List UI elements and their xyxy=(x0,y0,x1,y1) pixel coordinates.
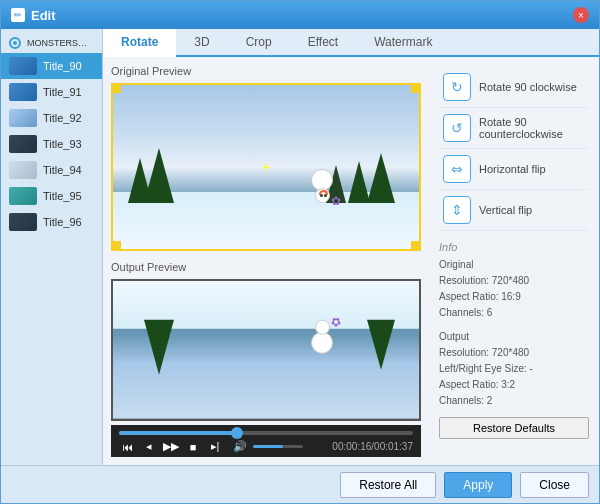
rotate-ccw-button[interactable]: ↺ Rotate 90 counterclockwise xyxy=(439,108,589,149)
sidebar-item-title95[interactable]: Title_95 xyxy=(1,183,102,209)
close-button[interactable]: Close xyxy=(520,472,589,498)
sidebar-item-title96[interactable]: Title_96 xyxy=(1,209,102,235)
window-title: Edit xyxy=(31,8,56,23)
apply-button[interactable]: Apply xyxy=(444,472,512,498)
sidebar-thumb-title91 xyxy=(9,83,37,101)
output-scene: ✿ xyxy=(113,281,419,419)
flip-h-label: Horizontal flip xyxy=(479,163,546,175)
tab-watermark[interactable]: Watermark xyxy=(356,29,450,57)
corner-handle-tl[interactable] xyxy=(113,85,121,93)
step-back-button[interactable]: ◂ xyxy=(141,440,157,453)
sidebar-thumb-title96 xyxy=(9,213,37,231)
progress-fill xyxy=(119,431,237,435)
sidebar-label-title96: Title_96 xyxy=(43,216,82,228)
sidebar-thumb-title93 xyxy=(9,135,37,153)
tab-bar: Rotate 3D Crop Effect Watermark xyxy=(103,29,599,57)
volume-fill xyxy=(253,445,283,448)
info-aspect-out: Aspect Ratio: 3:2 xyxy=(439,377,589,393)
restore-defaults-button[interactable]: Restore Defaults xyxy=(439,417,589,439)
progress-thumb[interactable] xyxy=(231,427,243,439)
info-resolution-out: Resolution: 720*480 xyxy=(439,345,589,361)
time-display: 00:00:16/00:01:37 xyxy=(332,441,413,452)
tab-3d[interactable]: 3D xyxy=(176,29,227,57)
sidebar-item-title93[interactable]: Title_93 xyxy=(1,131,102,157)
sidebar-item-title92[interactable]: Title_92 xyxy=(1,105,102,131)
output-preview-label: Output Preview xyxy=(111,261,421,273)
flip-vertical-button[interactable]: ⇕ Vertical flip xyxy=(439,190,589,231)
rotate-cw-icon: ↻ xyxy=(443,73,471,101)
info-original-label: Original xyxy=(439,257,589,273)
rotate-cw-button[interactable]: ↻ Rotate 90 clockwise xyxy=(439,67,589,108)
progress-track[interactable] xyxy=(119,431,413,435)
rotate-ccw-label: Rotate 90 counterclockwise xyxy=(479,116,585,140)
original-preview-label: Original Preview xyxy=(111,65,421,77)
flip-v-icon: ⇕ xyxy=(443,196,471,224)
play-button[interactable]: ▶▶ xyxy=(163,440,179,453)
content-area: Original Preview xyxy=(103,57,599,465)
info-channels-out: Channels: 2 xyxy=(439,393,589,409)
info-output-label: Output xyxy=(439,329,589,345)
sidebar-thumb-title90 xyxy=(9,57,37,75)
original-preview-frame: ✿ + xyxy=(111,83,421,251)
info-title: Info xyxy=(439,241,589,253)
info-section: Info Original Resolution: 720*480 Aspect… xyxy=(439,241,589,409)
sidebar: MONSTERS_U... Title_90 Title_91 Title_92… xyxy=(1,29,103,465)
stop-button[interactable]: ■ xyxy=(185,441,201,453)
flip-v-label: Vertical flip xyxy=(479,204,532,216)
volume-icon: 🔊 xyxy=(233,440,247,453)
corner-handle-bl[interactable] xyxy=(113,241,121,249)
sidebar-thumb-title94 xyxy=(9,161,37,179)
preview-area: Original Preview xyxy=(103,57,429,465)
tab-crop[interactable]: Crop xyxy=(228,29,290,57)
playback-bar: ⏮ ◂ ▶▶ ■ ▸| 🔊 00:00:16/00:01:37 xyxy=(111,425,421,457)
right-panel: Rotate 3D Crop Effect Watermark Original… xyxy=(103,29,599,465)
info-aspect-orig: Aspect Ratio: 16:9 xyxy=(439,289,589,305)
sidebar-label-title92: Title_92 xyxy=(43,112,82,124)
bottom-bar: Restore All Apply Close xyxy=(1,465,599,503)
tab-effect[interactable]: Effect xyxy=(290,29,356,57)
tab-rotate[interactable]: Rotate xyxy=(103,29,176,57)
sidebar-item-title90[interactable]: Title_90 xyxy=(1,53,102,79)
sidebar-label-title91: Title_91 xyxy=(43,86,82,98)
flip-h-icon: ⇔ xyxy=(443,155,471,183)
skip-forward-button[interactable]: ▸| xyxy=(207,440,223,453)
sidebar-item-title91[interactable]: Title_91 xyxy=(1,79,102,105)
info-resolution-orig: Resolution: 720*480 xyxy=(439,273,589,289)
info-channels-orig: Channels: 6 xyxy=(439,305,589,321)
sidebar-header-item[interactable]: MONSTERS_U... xyxy=(1,33,102,53)
window-close-button[interactable]: × xyxy=(573,7,589,23)
dvd-icon xyxy=(9,37,21,49)
flip-horizontal-button[interactable]: ⇔ Horizontal flip xyxy=(439,149,589,190)
rotate-ccw-icon: ↺ xyxy=(443,114,471,142)
sidebar-label-title93: Title_93 xyxy=(43,138,82,150)
info-eye-size: Left/Right Eye Size: - xyxy=(439,361,589,377)
edit-window: ✏ Edit × MONSTERS_U... Title_90 Title_91… xyxy=(0,0,600,504)
original-scene: ✿ + xyxy=(113,85,419,249)
restore-all-button[interactable]: Restore All xyxy=(340,472,436,498)
sidebar-label-title94: Title_94 xyxy=(43,164,82,176)
volume-track[interactable] xyxy=(253,445,303,448)
title-bar-left: ✏ Edit xyxy=(11,8,56,23)
output-preview-frame: ✿ xyxy=(111,279,421,421)
crosshair-marker: + xyxy=(262,159,270,175)
sidebar-thumb-title95 xyxy=(9,187,37,205)
corner-handle-tr[interactable] xyxy=(411,85,419,93)
sidebar-item-title94[interactable]: Title_94 xyxy=(1,157,102,183)
rotate-cw-label: Rotate 90 clockwise xyxy=(479,81,577,93)
corner-handle-br[interactable] xyxy=(411,241,419,249)
skip-back-button[interactable]: ⏮ xyxy=(119,441,135,453)
app-icon: ✏ xyxy=(11,8,25,22)
title-bar: ✏ Edit × xyxy=(1,1,599,29)
main-content: MONSTERS_U... Title_90 Title_91 Title_92… xyxy=(1,29,599,465)
sidebar-label-title95: Title_95 xyxy=(43,190,82,202)
playback-controls: ⏮ ◂ ▶▶ ■ ▸| 🔊 00:00:16/00:01:37 xyxy=(119,440,413,453)
sidebar-thumb-title92 xyxy=(9,109,37,127)
sidebar-header-label: MONSTERS_U... xyxy=(27,38,92,48)
sidebar-label-title90: Title_90 xyxy=(43,60,82,72)
right-controls: ↻ Rotate 90 clockwise ↺ Rotate 90 counte… xyxy=(429,57,599,465)
